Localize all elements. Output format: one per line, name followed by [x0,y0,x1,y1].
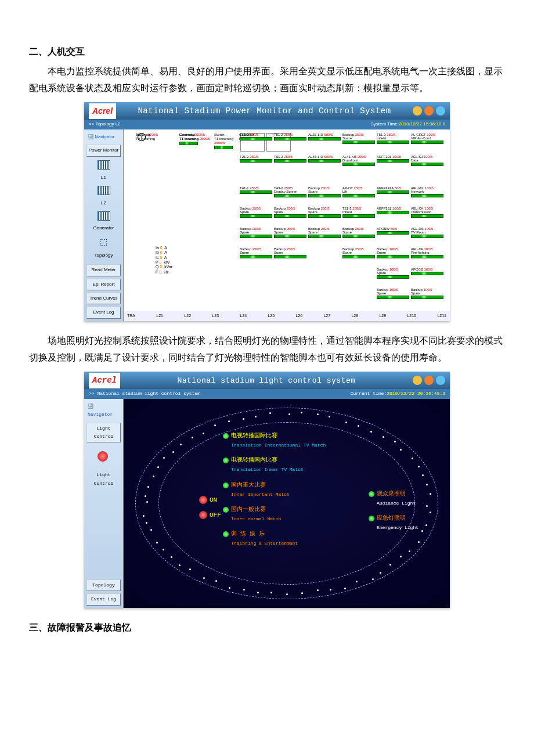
right-modes: 观众席照明Audiance Light应急灯照明Emergency Light [369,489,432,538]
led-icon [223,507,229,513]
nav-header: 🔙 Navigator [86,132,121,142]
mode-item[interactable]: 应急灯照明Emergency Light [369,513,432,532]
breadcrumb-2: >> National stadium light control system [89,390,200,398]
nav-topo-icon[interactable]: ⬚ [100,236,107,248]
top-icons [413,106,445,116]
breadcrumb: >> Topology L2 [89,120,121,128]
title-bar: Acrel National Stadium Power Monitor and… [84,102,450,120]
nav-l2: L2 [86,199,121,207]
nav-power-monitor[interactable]: Power Monitor [86,145,121,156]
nav-epi-report[interactable]: Epi Report [86,279,121,290]
logo-2: Acrel [89,373,120,388]
mode-item[interactable]: 国内重大比赛Inner Important Match [223,480,351,499]
led-icon [223,531,229,537]
icon-1[interactable] [413,106,422,116]
topology-diagram: Electricity2500/5T1 Incoming SwitchT1 In… [124,129,450,321]
mode-item[interactable]: 训 练 娱 乐Trainning & Entertenmant [223,529,351,548]
nav-event-log-2[interactable]: Event Log [86,593,121,605]
nav-gen-icon[interactable] [98,211,110,221]
mode-item[interactable]: 国内一般比赛Inner normal Match [223,505,351,523]
status-bar: >> Topology L2 System Time:2010/12/22 15… [84,120,450,129]
nav-topology-2[interactable]: Topology [86,579,121,591]
icon-3[interactable] [436,106,445,116]
nav-generator: Generator [86,224,121,232]
sidebar-2: 🔙 Navigator Light Control Light Control … [84,399,124,608]
nav-l1-icon[interactable] [98,160,110,170]
led-icon [223,458,229,463]
nav-light-control[interactable]: Light Control [86,423,121,443]
nav-l1: L1 [86,174,121,182]
icon-2[interactable] [424,106,434,116]
mode-item[interactable]: 观众席照明Audiance Light [369,489,432,507]
nav-event-log[interactable]: Event Log [86,307,121,318]
title-bar-2: Acrel National stadium light control sys… [84,372,450,389]
led-icon [369,516,374,521]
nav-read-meter[interactable]: Read Meter [86,264,121,276]
sidebar: 🔙 Navigator Power Monitor L1 L2 Generato… [84,129,124,321]
off-led-icon [199,511,207,519]
para-1: 本电力监控系统提供简单、易用、良好的用户使用界面。采用全英文显示低压配电系统电气… [29,63,505,97]
heading-hci: 二、人机交互 [29,44,505,60]
led-icon [223,483,229,488]
on-led-icon [199,496,207,504]
logo: Acrel [89,103,116,119]
stadium-view: ON OFF 电视转播国际比赛Translation International… [124,399,450,608]
top-icons-2 [413,376,445,385]
nav-l2-icon[interactable] [98,185,110,195]
icon-a[interactable] [413,376,422,385]
nav-topology: Topology [86,251,121,260]
heading-alarm: 三、故障报警及事故追忆 [29,620,505,636]
led-icon [223,433,229,439]
readings-block: Ia 0 AIb 0 AIc 0 AP 0 kWQ 0 kVarF 0 Hz [156,246,172,275]
mode-list: 电视转播国际比赛Translation International TV Mat… [223,431,351,554]
mode-item[interactable]: 电视转播国际比赛Translation International TV Mat… [223,431,351,449]
on-off-legend: ON OFF [199,495,221,521]
nav-header-2: 🔙 Navigator [86,401,121,420]
screenshot-power-monitor: Acrel National Stadium Power Monitor and… [84,102,450,321]
app-title: National Stadium Power Monitor and Contr… [116,104,413,118]
nav-trend-curves[interactable]: Trend Curves [86,293,121,304]
led-icon [369,491,374,497]
icon-b[interactable] [424,376,434,385]
app-title-2: National stadium light control system [120,374,413,387]
icon-c[interactable] [436,376,445,385]
light-control-label: Light Control [86,471,121,488]
x-axis: TRAL21L22L23L24L25L26L27L28L29L210L211 [124,311,450,321]
para-2: 场地照明灯光控制系统按照设计院要求，结合照明灯光的物理特性，通过智能脚本程序实现… [29,333,505,366]
red-led-icon [98,451,108,462]
status-bar-2: >> National stadium light control system… [84,389,450,398]
mode-item[interactable]: 电视转播国内比赛Translation Inner TV Match [223,455,351,474]
screenshot-light-control: Acrel National stadium light control sys… [84,372,450,607]
light-control-indicator[interactable] [86,448,121,465]
